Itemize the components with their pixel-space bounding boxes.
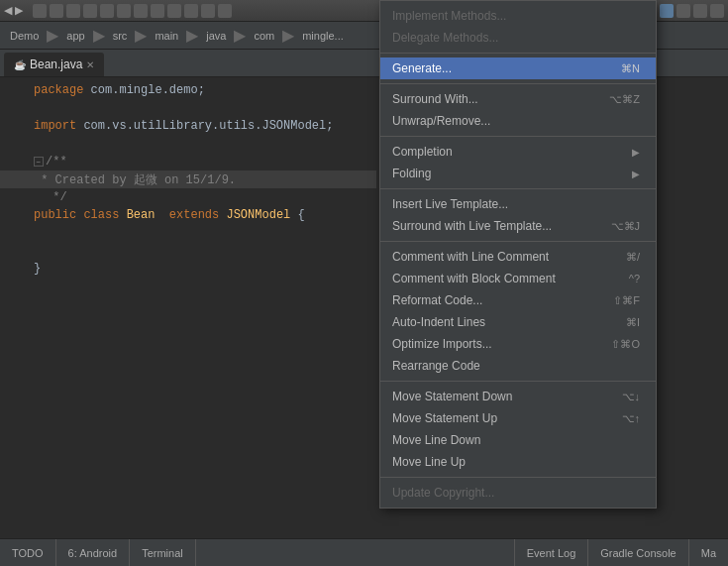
menu-item-reformat-code[interactable]: Reformat Code... ⇧⌘F	[380, 289, 656, 311]
menu-item-label: Reformat Code...	[392, 293, 593, 307]
menu-item-surround-live-template[interactable]: Surround with Live Template... ⌥⌘J	[380, 215, 656, 237]
menu-shortcut: ⌥⌘J	[611, 220, 641, 233]
toolbar-icon[interactable]	[50, 4, 63, 18]
menu-item-implement-methods[interactable]: Implement Methods...	[380, 5, 656, 27]
statusbar: TODO 6: Android Terminal Event Log Gradl…	[0, 538, 728, 566]
toolbar-icon[interactable]	[100, 4, 114, 18]
toolbar-icon[interactable]	[151, 4, 164, 18]
java-file-icon: ☕	[14, 59, 26, 70]
tab-com[interactable]: com	[248, 24, 280, 48]
menu-item-move-line-up[interactable]: Move Line Up	[380, 451, 656, 473]
menu-item-optimize-imports[interactable]: Optimize Imports... ⇧⌘O	[380, 333, 656, 355]
menu-item-delegate-methods[interactable]: Delegate Methods...	[380, 27, 656, 49]
menu-item-comment-line[interactable]: Comment with Line Comment ⌘/	[380, 246, 656, 268]
menu-shortcut: ⌥⌘Z	[609, 93, 640, 106]
code-content: /**	[46, 155, 67, 169]
menu-item-label: Comment with Line Comment	[392, 250, 606, 264]
menu-item-auto-indent[interactable]: Auto-Indent Lines ⌘I	[380, 311, 656, 333]
ide-background: ◀ ▶ Demo ▶ app	[0, 0, 728, 566]
app-menu: ◀ ▶	[4, 4, 23, 17]
toolbar-icon[interactable]	[676, 4, 690, 18]
menu-item-move-line-down[interactable]: Move Line Down	[380, 429, 656, 451]
menu-shortcut: ^?	[629, 273, 640, 284]
menu-item-label: Auto-Indent Lines	[392, 315, 606, 329]
menu-separator	[380, 53, 656, 54]
statusbar-item-label: TODO	[12, 547, 44, 559]
menu-separator	[380, 136, 656, 137]
editor-tab-bean[interactable]: ☕ Bean.java ✕	[4, 53, 104, 76]
menu-item-surround-with[interactable]: Surround With... ⌥⌘Z	[380, 88, 656, 110]
statusbar-gradle-console[interactable]: Gradle Console	[587, 539, 687, 566]
menu-item-label: Move Line Down	[392, 433, 640, 447]
code-line-class: public class Bean extends JSONModel {	[0, 206, 376, 224]
toolbar-icon[interactable]	[710, 4, 724, 18]
code-line-1: package com.mingle.demo;	[0, 81, 376, 99]
toolbar-icon[interactable]	[117, 4, 131, 18]
menu-shortcut: ⌘N	[621, 62, 640, 75]
tab-label: com	[254, 30, 274, 42]
menu-item-insert-live-template[interactable]: Insert Live Template...	[380, 193, 656, 215]
toolbar-icon[interactable]	[167, 4, 181, 18]
menu-item-completion[interactable]: Completion ▶	[380, 141, 656, 163]
tab-demo[interactable]: Demo	[4, 24, 45, 48]
tab-java[interactable]: java	[200, 24, 232, 48]
tab-app[interactable]: app	[60, 24, 90, 48]
menu-shortcut: ⌥↓	[622, 391, 641, 403]
menu-item-label: Comment with Block Comment	[392, 272, 609, 285]
menu-item-label: Surround with Live Template...	[392, 219, 591, 233]
tab-src[interactable]: src	[107, 24, 134, 48]
toolbar-icon[interactable]	[184, 4, 198, 18]
menu-item-update-copyright[interactable]: Update Copyright...	[380, 482, 656, 504]
code-line-blank	[0, 242, 376, 260]
tab-label: main	[155, 30, 178, 42]
menu-shortcut: ⇧⌘F	[613, 294, 640, 307]
statusbar-ma[interactable]: Ma	[688, 539, 728, 566]
statusbar-todo[interactable]: TODO	[0, 539, 56, 566]
tab-mingle[interactable]: mingle...	[296, 24, 350, 48]
statusbar-terminal[interactable]: Terminal	[130, 539, 196, 566]
fold-icon[interactable]: −	[34, 157, 44, 167]
separator-icon: ▶	[186, 26, 198, 45]
menu-item-label: Update Copyright...	[392, 486, 640, 500]
close-icon[interactable]: ✕	[86, 59, 94, 70]
separator-icon: ▶	[93, 26, 105, 45]
menu-item-label: Delegate Methods...	[392, 31, 640, 45]
toolbar-icon[interactable]	[66, 4, 80, 18]
code-content: import com.vs.utilLibrary.utils.JSONMode…	[34, 119, 333, 133]
toolbar-icon[interactable]	[218, 4, 232, 18]
toolbar-icon[interactable]	[83, 4, 97, 18]
statusbar-event-log[interactable]: Event Log	[514, 539, 588, 566]
menu-separator	[380, 241, 656, 242]
code-line-import: import com.vs.utilLibrary.utils.JSONMode…	[0, 117, 376, 135]
debug-icon[interactable]	[660, 4, 674, 18]
menu-item-label: Insert Live Template...	[392, 197, 640, 211]
toolbar-icon[interactable]	[201, 4, 215, 18]
code-line-blank	[0, 135, 376, 153]
menu-item-label: Move Line Up	[392, 455, 640, 469]
toolbar-icon[interactable]	[134, 4, 148, 18]
statusbar-item-label: Event Log	[527, 547, 576, 559]
menu-item-move-statement-down[interactable]: Move Statement Down ⌥↓	[380, 386, 656, 407]
menu-separator	[380, 477, 656, 478]
menu-item-label: Move Statement Down	[392, 390, 602, 403]
menu-item-unwrap-remove[interactable]: Unwrap/Remove...	[380, 110, 656, 132]
menu-item-generate[interactable]: Generate... ⌘N	[380, 57, 656, 79]
menu-item-label: Unwrap/Remove...	[392, 114, 640, 128]
menu-item-rearrange-code[interactable]: Rearrange Code	[380, 355, 656, 377]
menu-item-comment-block[interactable]: Comment with Block Comment ^?	[380, 268, 656, 289]
separator-icon: ▶	[234, 26, 246, 45]
code-line-javadoc-content: * Created by 起微 on 15/1/9.	[0, 170, 376, 188]
tab-main[interactable]: main	[149, 24, 184, 48]
toolbar-icon[interactable]	[693, 4, 707, 18]
statusbar-item-label: Gradle Console	[600, 547, 676, 559]
menu-item-folding[interactable]: Folding ▶	[380, 163, 656, 184]
menu-item-label: Completion	[392, 145, 628, 159]
statusbar-android[interactable]: 6: Android	[56, 539, 131, 566]
editor-tab-label: Bean.java	[30, 57, 82, 71]
toolbar-icon[interactable]	[33, 4, 47, 18]
menu-separator	[380, 188, 656, 189]
tab-label: java	[206, 30, 226, 42]
menu-item-move-statement-up[interactable]: Move Statement Up ⌥↑	[380, 407, 656, 429]
submenu-arrow-icon: ▶	[632, 169, 640, 179]
code-editor: package com.mingle.demo; import com.vs.u…	[0, 77, 376, 538]
